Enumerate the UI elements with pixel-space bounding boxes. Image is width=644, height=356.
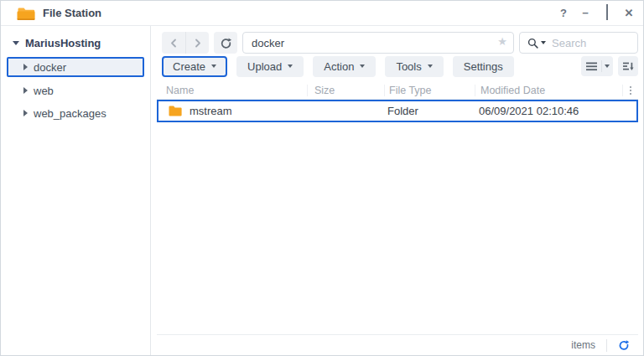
action-button[interactable]: Action	[313, 56, 376, 77]
file-modified-date-cell: 06/09/2021 02:10:46	[475, 105, 636, 117]
favorite-star-icon[interactable]: ★	[497, 36, 507, 47]
status-bar: items	[157, 334, 638, 355]
table-header: Name Size File Type Modified Date	[157, 81, 638, 100]
history-nav-group	[162, 32, 209, 54]
column-header-name[interactable]: Name	[157, 85, 308, 96]
expand-arrow-icon[interactable]	[23, 64, 28, 70]
column-header-modified-date[interactable]: Modified Date	[475, 85, 623, 96]
sidebar-item-label: web_packages	[34, 107, 106, 120]
search-input[interactable]	[546, 37, 637, 49]
file-station-app-icon	[17, 6, 35, 21]
column-header-file-type[interactable]: File Type	[385, 85, 475, 96]
create-button[interactable]: Create	[162, 56, 227, 77]
chevron-down-icon	[428, 64, 433, 68]
search-box[interactable]	[519, 32, 638, 54]
view-mode-caret[interactable]	[601, 60, 612, 72]
maximize-icon[interactable]	[601, 8, 613, 18]
refresh-button[interactable]	[214, 32, 237, 54]
titlebar: File Station ? − ✕	[1, 1, 643, 26]
minimize-icon[interactable]: −	[579, 8, 591, 18]
refresh-icon	[618, 339, 630, 351]
create-button-label: Create	[173, 60, 205, 73]
main-panel: ★ Create Upload Action	[152, 26, 643, 355]
navigation-bar: ★	[162, 32, 638, 54]
items-count-label: items	[571, 339, 595, 351]
forward-button[interactable]	[185, 32, 209, 54]
folder-icon	[169, 106, 182, 116]
file-station-window: File Station ? − ✕ MariusHosting docker …	[0, 0, 644, 356]
table-row[interactable]: mstream Folder 06/09/2021 02:10:46	[157, 100, 638, 122]
sidebar-item-web[interactable]: web	[1, 81, 150, 100]
status-divider	[606, 339, 607, 352]
chevron-down-icon	[360, 64, 365, 68]
sidebar-item-mariushosting[interactable]: MariusHosting	[13, 37, 150, 49]
action-toolbar: Create Upload Action Tools Settings	[162, 55, 638, 77]
close-icon[interactable]: ✕	[623, 8, 635, 18]
help-icon[interactable]: ?	[558, 8, 569, 18]
tools-button-label: Tools	[396, 60, 421, 73]
refresh-list-button[interactable]	[618, 339, 630, 351]
tools-button[interactable]: Tools	[385, 56, 443, 77]
chevron-down-icon	[605, 64, 610, 68]
expand-arrow-icon[interactable]	[23, 110, 28, 116]
file-name: mstream	[190, 105, 232, 117]
collapse-arrow-icon[interactable]	[13, 41, 19, 45]
window-title: File Station	[43, 7, 101, 19]
column-options-icon	[630, 86, 631, 95]
file-name-cell: mstream	[158, 105, 308, 117]
upload-button[interactable]: Upload	[236, 56, 304, 77]
sort-icon	[623, 61, 634, 71]
action-button-label: Action	[324, 60, 354, 73]
view-mode-button[interactable]	[581, 56, 613, 76]
column-header-size[interactable]: Size	[308, 85, 385, 96]
chevron-down-icon	[211, 64, 216, 68]
sidebar-item-web-packages[interactable]: web_packages	[1, 104, 150, 122]
search-icon	[527, 38, 538, 49]
sidebar-root-label: MariusHosting	[25, 37, 101, 49]
settings-button[interactable]: Settings	[453, 56, 514, 77]
expand-arrow-icon[interactable]	[23, 87, 28, 94]
list-view-icon[interactable]	[581, 62, 601, 71]
refresh-icon	[220, 37, 232, 49]
sidebar-item-label: web	[34, 85, 54, 97]
back-button[interactable]	[162, 32, 185, 54]
path-input[interactable]	[242, 32, 514, 54]
sidebar-item-docker[interactable]: docker	[7, 57, 144, 77]
upload-button-label: Upload	[247, 60, 282, 73]
column-options-button[interactable]	[623, 85, 638, 96]
file-type-cell: Folder	[385, 105, 475, 117]
window-controls: ? − ✕	[558, 8, 635, 18]
settings-button-label: Settings	[464, 60, 503, 73]
path-field-wrap: ★	[242, 32, 514, 54]
view-tools	[581, 56, 638, 76]
chevron-down-icon	[288, 64, 293, 68]
folder-tree-sidebar: MariusHosting docker web web_packages	[1, 26, 151, 355]
sort-button[interactable]	[618, 56, 638, 76]
sidebar-item-label: docker	[34, 61, 66, 74]
